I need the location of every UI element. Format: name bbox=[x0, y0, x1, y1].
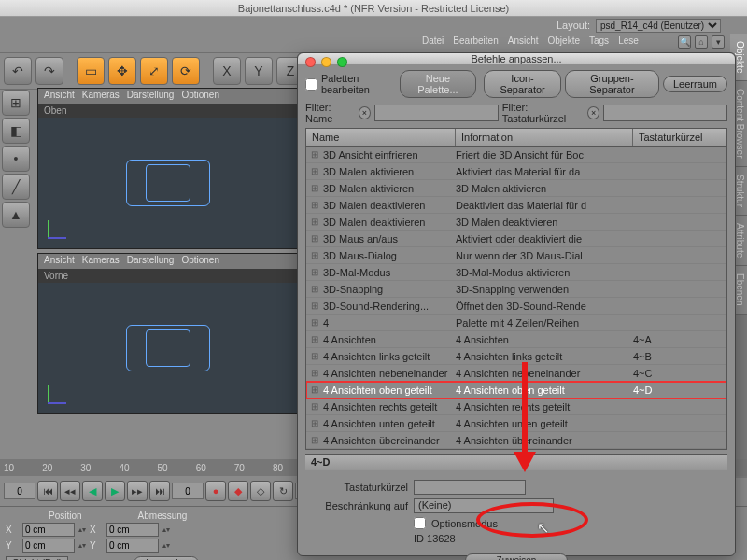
size-x-input[interactable] bbox=[106, 523, 159, 537]
objmenu-tags[interactable]: Tags bbox=[589, 35, 609, 50]
vp-menu-optionen[interactable]: Optionen bbox=[181, 90, 219, 103]
layout-select[interactable]: psd_R14_c4d (Benutzer) bbox=[596, 19, 721, 33]
vp2-menu-optionen[interactable]: Optionen bbox=[181, 255, 219, 268]
play-reverse-button[interactable]: ◀ bbox=[82, 481, 103, 501]
vp-menu-kameras[interactable]: Kameras bbox=[82, 90, 120, 103]
dialog-titlebar[interactable]: Befehle anpassen... bbox=[298, 53, 735, 64]
col-name[interactable]: Name bbox=[306, 129, 456, 146]
coord-mode-select[interactable]: Objekt (Rel) bbox=[6, 556, 68, 560]
redo-button[interactable]: ↷ bbox=[35, 57, 63, 85]
option-mode-checkbox[interactable] bbox=[414, 517, 426, 529]
size-y-input[interactable] bbox=[106, 539, 159, 553]
table-row[interactable]: ⊞4 Ansichten unten geteilt4 Ansichten un… bbox=[306, 415, 726, 432]
zoom-window-icon[interactable] bbox=[337, 57, 347, 67]
axis-y-icon[interactable]: Y bbox=[245, 57, 273, 85]
polygon-mode-icon[interactable]: ▲ bbox=[2, 202, 30, 228]
minimize-window-icon[interactable] bbox=[321, 57, 331, 67]
table-row[interactable]: ⊞3D Malen aktivieren3D Malen aktivieren bbox=[306, 180, 726, 197]
icon-separator-button[interactable]: Icon-Separator bbox=[484, 70, 561, 98]
vp-menu-ansicht[interactable]: Ansicht bbox=[44, 90, 75, 103]
table-row[interactable]: ⊞3D Malen deaktivieren3D Malen deaktivie… bbox=[306, 214, 726, 231]
command-icon: ⊞ bbox=[306, 368, 323, 378]
record-button[interactable]: ● bbox=[205, 481, 226, 501]
search-icon[interactable]: 🔍 bbox=[678, 35, 691, 49]
first-frame-button[interactable]: ⏮ bbox=[37, 481, 58, 501]
close-icon[interactable]: ▾ bbox=[712, 35, 725, 49]
play-button[interactable]: ▶ bbox=[105, 481, 125, 501]
option-mode-label: Optionsmodus bbox=[431, 518, 498, 529]
frame-current-field[interactable] bbox=[172, 483, 204, 499]
vp-menu-darstellung[interactable]: Darstellung bbox=[127, 90, 175, 103]
col-info[interactable]: Information bbox=[456, 129, 633, 146]
scale-tool-icon[interactable]: ⤢ bbox=[140, 57, 168, 85]
viewport-front[interactable]: Ansicht Kameras Darstellung Optionen Vor… bbox=[37, 253, 299, 414]
model-mode-icon[interactable]: ◧ bbox=[2, 118, 30, 144]
row-name: 4 Ansichten nebeneinander bbox=[323, 368, 456, 379]
shortcut-input[interactable] bbox=[414, 480, 526, 495]
table-row[interactable]: ⊞3D-Snapping3D-Snapping verwenden bbox=[306, 281, 726, 298]
last-frame-button[interactable]: ⏭ bbox=[149, 481, 170, 501]
table-row[interactable]: ⊞3D Maus an/ausAktiviert oder deaktivier… bbox=[306, 231, 726, 247]
live-select-icon[interactable]: ▭ bbox=[77, 57, 105, 85]
tick: 10 bbox=[4, 463, 14, 473]
pos-x-input[interactable] bbox=[22, 523, 75, 537]
command-icon: ⊞ bbox=[306, 317, 323, 328]
objmenu-datei[interactable]: Datei bbox=[422, 35, 444, 50]
table-row[interactable]: ⊞4 Ansichten nebeneinander4 Ansichten ne… bbox=[306, 365, 726, 382]
objmenu-ansicht[interactable]: Ansicht bbox=[508, 35, 539, 50]
undo-button[interactable]: ↶ bbox=[4, 57, 32, 85]
table-row[interactable]: ⊞3D Maus-DialogNur wenn der 3D Maus-Dial bbox=[306, 247, 726, 264]
rotate-tool-icon[interactable]: ⟳ bbox=[172, 57, 200, 85]
table-row[interactable]: ⊞4 Ansichten rechts geteilt4 Ansichten r… bbox=[306, 399, 726, 415]
table-row[interactable]: ⊞3D Malen aktivierenAktiviert das Materi… bbox=[306, 163, 726, 180]
objmenu-bearbeiten[interactable]: Bearbeiten bbox=[453, 35, 498, 50]
row-shortcut: 4~A bbox=[633, 334, 726, 345]
table-row[interactable]: ⊞4 Ansichten links geteilt4 Ansichten li… bbox=[306, 348, 726, 365]
gear-icon[interactable]: ⌂ bbox=[695, 35, 708, 49]
tick: 50 bbox=[158, 463, 168, 473]
next-key-button[interactable]: ▸▸ bbox=[127, 481, 148, 501]
table-row[interactable]: ⊞3D-Mal-Modus3D-Mal-Modus aktivieren bbox=[306, 264, 726, 281]
frame-start-field[interactable] bbox=[4, 483, 35, 499]
filter-icon[interactable]: ⊞ bbox=[2, 90, 30, 116]
loop-button[interactable]: ↻ bbox=[273, 481, 293, 501]
move-tool-icon[interactable]: ✥ bbox=[108, 57, 136, 85]
table-row[interactable]: ⊞3D Ansicht einfrierenFriert die 3D Ansi… bbox=[306, 147, 726, 163]
assign-button[interactable]: Zuweisen bbox=[465, 553, 568, 560]
palette-edit-checkbox[interactable] bbox=[305, 78, 317, 91]
col-shortcut[interactable]: Tastaturkürzel bbox=[633, 129, 726, 146]
objmenu-objekte[interactable]: Objekte bbox=[548, 35, 580, 50]
filter-shortcut-input[interactable] bbox=[603, 105, 727, 121]
viewport-top[interactable]: Ansicht Kameras Darstellung Optionen Obe… bbox=[37, 88, 299, 249]
table-row[interactable]: ⊞3D Malen deaktivierenDeaktiviert das Ma… bbox=[306, 197, 726, 214]
command-icon: ⊞ bbox=[306, 183, 323, 193]
filter-name-input[interactable] bbox=[374, 105, 499, 121]
axis-x-icon[interactable]: X bbox=[213, 57, 241, 85]
prev-key-button[interactable]: ◂◂ bbox=[60, 481, 80, 501]
pos-y-input[interactable] bbox=[22, 539, 75, 553]
table-row[interactable]: ⊞4 Ansichten übereinander4 Ansichten übe… bbox=[306, 432, 726, 449]
vp2-menu-darstellung[interactable]: Darstellung bbox=[127, 255, 175, 268]
command-icon: ⊞ bbox=[306, 301, 323, 311]
clear-shortcut-filter-icon[interactable]: × bbox=[587, 106, 599, 119]
axis-gizmo2-icon bbox=[48, 376, 76, 404]
edge-mode-icon[interactable]: ╱ bbox=[2, 174, 30, 200]
point-mode-icon[interactable]: • bbox=[2, 146, 30, 172]
autokey-button[interactable]: ◆ bbox=[228, 481, 248, 501]
command-icon: ⊞ bbox=[306, 334, 323, 344]
apply-button[interactable]: Anwenden bbox=[134, 556, 198, 560]
table-row[interactable]: ⊞3D-Sound-Rendering...Öffnet den 3D-Soun… bbox=[306, 298, 726, 315]
clear-name-filter-icon[interactable]: × bbox=[359, 106, 371, 119]
table-row[interactable]: ⊞4Palette mit 4 Zeilen/Reihen bbox=[306, 315, 726, 331]
table-row[interactable]: ⊞4 Ansichten4 Ansichten4~A bbox=[306, 331, 726, 348]
table-row[interactable]: ⊞4 Ansichten oben geteilt4 Ansichten obe… bbox=[306, 382, 726, 399]
vp2-menu-kameras[interactable]: Kameras bbox=[82, 255, 120, 268]
vp2-menu-ansicht[interactable]: Ansicht bbox=[44, 255, 75, 268]
new-palette-button[interactable]: Neue Palette... bbox=[400, 70, 477, 98]
group-separator-button[interactable]: Gruppen-Separator bbox=[565, 70, 659, 98]
keyframe-sel-button[interactable]: ◇ bbox=[250, 481, 271, 501]
objmenu-lese[interactable]: Lese bbox=[618, 35, 639, 50]
close-window-icon[interactable] bbox=[305, 57, 316, 67]
restrict-select[interactable]: (Keine) bbox=[414, 498, 554, 513]
spacer-button[interactable]: Leerraum bbox=[663, 76, 727, 92]
